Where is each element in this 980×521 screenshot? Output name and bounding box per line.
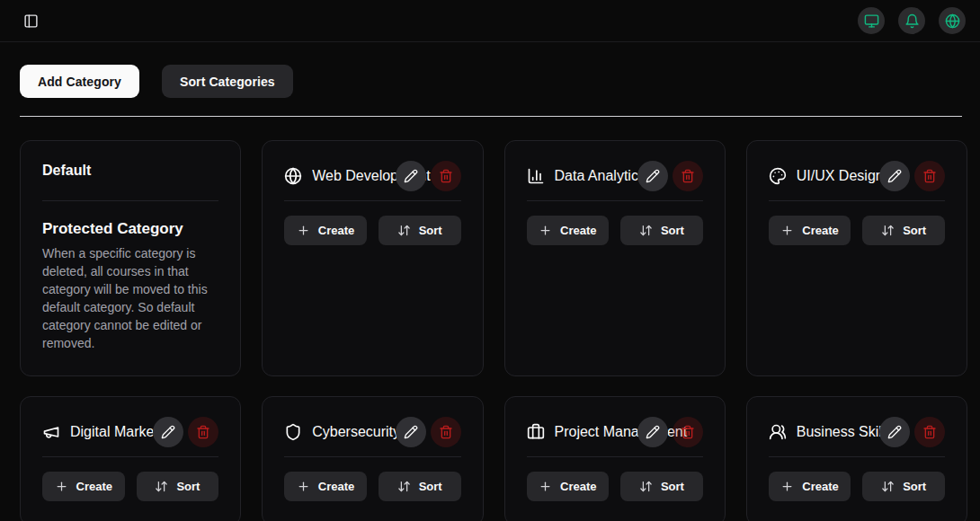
plus-icon: [297, 480, 310, 493]
sort-courses-button[interactable]: Sort: [379, 472, 461, 501]
sort-button-label: Sort: [661, 224, 684, 237]
sort-button-label: Sort: [903, 480, 926, 493]
plus-icon: [539, 480, 552, 493]
sidebar-toggle-button[interactable]: [18, 8, 43, 33]
delete-category-button[interactable]: [431, 417, 461, 447]
sort-button-label: Sort: [419, 480, 442, 493]
create-course-button[interactable]: Create: [284, 472, 367, 501]
card-divider: [284, 456, 460, 457]
delete-category-button[interactable]: [673, 417, 703, 447]
sort-button-label: Sort: [176, 480, 200, 493]
plus-icon: [539, 224, 552, 237]
plus-icon: [297, 224, 310, 237]
pencil-icon: [646, 169, 660, 183]
category-card-header: Web Development: [284, 161, 460, 191]
protected-category-description: When a specific category is deleted, all…: [42, 244, 218, 352]
category-card-actions: Create Sort: [769, 216, 945, 245]
create-course-button[interactable]: Create: [769, 472, 851, 501]
sort-button-label: Sort: [903, 224, 926, 237]
category-card-header: UI/UX Design: [769, 161, 945, 191]
edit-category-button[interactable]: [637, 417, 668, 447]
category-card: Digital Marketing Create: [20, 396, 241, 521]
categories-page: Add Category Sort Categories Default Pro…: [0, 42, 980, 521]
card-divider: [284, 200, 460, 201]
category-card: Cybersecurity Create: [262, 396, 483, 521]
trash-icon: [681, 169, 695, 183]
notifications-button[interactable]: [898, 7, 925, 34]
category-card: Data Analytics Create: [504, 140, 726, 376]
category-card-actions: Create Sort: [769, 472, 945, 501]
arrow-down-up-icon: [639, 224, 653, 237]
chart-column-icon: [527, 167, 545, 185]
arrow-down-up-icon: [881, 224, 895, 237]
language-button[interactable]: [939, 7, 966, 34]
edit-category-button[interactable]: [879, 417, 910, 447]
create-button-label: Create: [802, 224, 838, 237]
trash-icon: [922, 169, 937, 183]
create-course-button[interactable]: Create: [527, 216, 610, 245]
edit-category-button[interactable]: [396, 417, 426, 447]
globe-icon: [284, 167, 302, 185]
category-grid: Default Protected Category When a specif…: [20, 140, 967, 521]
sort-courses-button[interactable]: Sort: [862, 472, 945, 501]
sort-courses-button[interactable]: Sort: [862, 216, 945, 245]
trash-icon: [439, 425, 453, 439]
protected-category-heading: Protected Category: [42, 219, 218, 239]
category-card: UI/UX Design Create: [746, 140, 967, 376]
category-card: Business Skills Create: [746, 396, 967, 521]
briefcase-icon: [527, 423, 545, 441]
arrow-down-up-icon: [155, 480, 168, 493]
default-category-card: Default Protected Category When a specif…: [20, 140, 241, 376]
trash-icon: [196, 425, 210, 439]
users-icon: [769, 423, 787, 441]
categories-toolbar: Add Category Sort Categories: [20, 65, 967, 98]
category-card-actions: Create Sort: [527, 472, 703, 501]
create-course-button[interactable]: Create: [42, 472, 125, 501]
sort-courses-button[interactable]: Sort: [620, 472, 703, 501]
plus-icon: [55, 480, 68, 493]
pencil-icon: [161, 425, 175, 439]
category-card-header: Cybersecurity: [284, 417, 460, 447]
pencil-icon: [887, 169, 902, 183]
arrow-down-up-icon: [397, 480, 411, 493]
plus-icon: [780, 224, 794, 237]
sort-courses-button[interactable]: Sort: [137, 472, 219, 501]
create-course-button[interactable]: Create: [284, 216, 367, 245]
card-divider: [42, 200, 218, 201]
shield-icon: [284, 423, 302, 441]
toolbar-divider: [20, 116, 962, 117]
delete-category-button[interactable]: [673, 161, 703, 191]
monitor-icon: [864, 13, 879, 29]
sort-categories-button[interactable]: Sort Categories: [162, 65, 293, 98]
delete-category-button[interactable]: [188, 417, 218, 447]
create-button-label: Create: [802, 480, 838, 493]
edit-category-button[interactable]: [153, 417, 183, 447]
delete-category-button[interactable]: [431, 161, 461, 191]
display-mode-button[interactable]: [858, 7, 885, 34]
edit-category-button[interactable]: [637, 161, 668, 191]
pencil-icon: [404, 425, 418, 439]
create-course-button[interactable]: Create: [527, 472, 610, 501]
category-card: Project Management Create: [504, 396, 726, 521]
category-card-actions: Create Sort: [527, 216, 703, 245]
card-divider: [527, 200, 703, 201]
trash-icon: [439, 169, 453, 183]
delete-category-button[interactable]: [914, 161, 945, 191]
card-divider: [769, 200, 945, 201]
category-card: Web Development Create: [262, 140, 483, 376]
category-card-header: Digital Marketing: [42, 417, 218, 447]
card-divider: [769, 456, 945, 457]
edit-category-button[interactable]: [879, 161, 910, 191]
default-card-title: Default: [42, 161, 218, 181]
megaphone-icon: [42, 423, 60, 441]
arrow-down-up-icon: [397, 224, 411, 237]
plus-icon: [780, 480, 794, 493]
create-course-button[interactable]: Create: [769, 216, 851, 245]
add-category-button[interactable]: Add Category: [20, 65, 139, 98]
edit-category-button[interactable]: [396, 161, 426, 191]
delete-category-button[interactable]: [914, 417, 945, 447]
sort-courses-button[interactable]: Sort: [620, 216, 703, 245]
topbar-actions: [858, 7, 966, 34]
sort-courses-button[interactable]: Sort: [379, 216, 461, 245]
card-divider: [42, 456, 218, 457]
